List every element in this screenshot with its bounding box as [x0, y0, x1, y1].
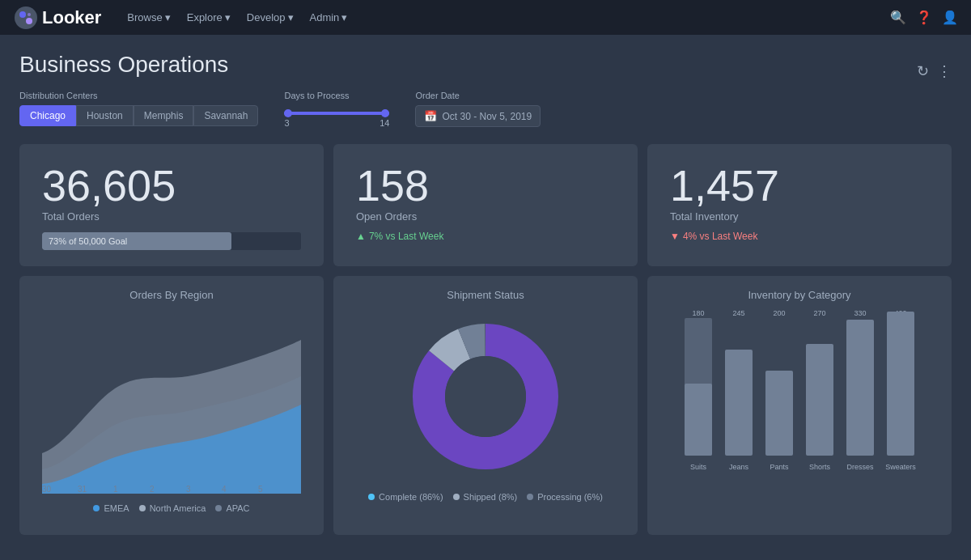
range-handle-left[interactable] [284, 109, 292, 117]
days-label: Days to Process [284, 91, 389, 100]
svg-point-0 [15, 6, 37, 29]
shipped-dot [453, 494, 460, 500]
range-handle-right[interactable] [381, 109, 389, 117]
svg-text:245: 245 [732, 309, 744, 317]
total-inventory-label: Total Inventory [670, 210, 929, 223]
bar-sweaters [887, 312, 914, 456]
orders-region-legend: EMEA North America APAC [32, 503, 311, 513]
legend-apac: APAC [215, 503, 249, 513]
donut-container [346, 308, 625, 486]
filter-memphis[interactable]: Memphis [134, 105, 194, 126]
open-orders-label: Open Orders [356, 210, 615, 223]
legend-processing: Processing (6%) [527, 492, 603, 502]
shipment-legend: Complete (86%) Shipped (8%) Processing (… [346, 492, 625, 502]
progress-bar-container: 73% of 50,000 Goal [42, 232, 301, 250]
processing-dot [527, 494, 533, 500]
user-avatar[interactable]: 👤 [942, 10, 958, 25]
range-labels: 3 14 [284, 118, 389, 128]
progress-bar-fill: 73% of 50,000 Goal [42, 232, 231, 250]
shipped-label: Shipped (8%) [464, 492, 518, 502]
days-range[interactable]: 3 14 [284, 105, 389, 128]
trend-up-icon: ▲ [356, 231, 366, 242]
legend-emea: EMEA [93, 503, 129, 513]
total-orders-card: 36,605 Total Orders 73% of 50,000 Goal [19, 144, 324, 266]
emea-label: EMEA [104, 503, 129, 513]
orders-by-region-title: Orders By Region [32, 289, 311, 301]
shipment-status-title: Shipment Status [346, 289, 625, 301]
inventory-category-card: Inventory by Category 180 245 200 270 33… [647, 276, 952, 535]
shipment-status-card: Shipment Status [333, 276, 638, 535]
main-content: Business Operations ↻ ⋮ Distribution Cen… [0, 36, 971, 551]
svg-text:Suits: Suits [690, 463, 707, 471]
more-options-button[interactable]: ⋮ [937, 62, 952, 80]
inventory-trend: ▼ 4% vs Last Week [670, 231, 929, 242]
help-icon[interactable]: ❓ [916, 10, 932, 25]
nav-explore[interactable]: Explore ▾ [180, 8, 237, 27]
svg-text:2: 2 [150, 485, 155, 494]
bar-suits-filled [685, 384, 712, 456]
legend-shipped: Shipped (8%) [453, 492, 518, 502]
total-orders-label: Total Orders [42, 210, 301, 223]
total-inventory-card: 1,457 Total Inventory ▼ 4% vs Last Week [647, 144, 952, 266]
svg-text:1: 1 [113, 485, 118, 494]
filters-bar: Distribution Centers Chicago Houston Mem… [19, 91, 952, 128]
svg-text:31: 31 [78, 485, 87, 494]
date-filter: Order Date 📅 Oct 30 - Nov 5, 2019 [415, 91, 541, 127]
order-date-label: Order Date [415, 91, 541, 100]
emea-dot [93, 505, 100, 511]
nav-admin[interactable]: Admin ▾ [303, 8, 354, 27]
stats-row: 36,605 Total Orders 73% of 50,000 Goal 1… [19, 144, 952, 266]
nav-browse[interactable]: Browse ▾ [121, 8, 176, 27]
filter-houston[interactable]: Houston [76, 105, 134, 126]
svg-point-15 [445, 356, 526, 437]
range-fill [284, 112, 389, 115]
inventory-category-title: Inventory by Category [660, 289, 939, 301]
svg-text:5: 5 [258, 485, 263, 494]
open-orders-trend: ▲ 7% vs Last Week [356, 231, 615, 242]
bar-shorts [806, 344, 833, 456]
calendar-icon: 📅 [424, 110, 437, 122]
svg-point-2 [26, 18, 32, 24]
days-filter: Days to Process 3 14 [284, 91, 389, 128]
total-inventory-value: 1,457 [670, 163, 929, 207]
svg-text:270: 270 [813, 309, 825, 317]
svg-text:200: 200 [773, 309, 785, 317]
legend-complete: Complete (86%) [368, 492, 443, 502]
svg-text:3: 3 [186, 485, 191, 494]
search-icon[interactable]: 🔍 [890, 10, 906, 25]
nav-right: 🔍 ❓ 👤 [890, 10, 958, 25]
distribution-filter: Distribution Centers Chicago Houston Mem… [19, 91, 258, 126]
orders-by-region-card: Orders By Region 30 31 1 2 3 4 5 [19, 276, 324, 535]
svg-text:Dresses: Dresses [846, 463, 874, 471]
svg-text:Pants: Pants [770, 463, 789, 471]
nav-menu: Browse ▾ Explore ▾ Develop ▾ Admin ▾ [121, 8, 354, 27]
filter-chicago[interactable]: Chicago [19, 105, 76, 126]
svg-text:4: 4 [222, 485, 227, 494]
complete-label: Complete (86%) [379, 492, 443, 502]
filter-savannah[interactable]: Savannah [193, 105, 258, 126]
distribution-btn-group: Chicago Houston Memphis Savannah [19, 105, 258, 126]
date-picker-button[interactable]: 📅 Oct 30 - Nov 5, 2019 [415, 105, 541, 127]
total-orders-value: 36,605 [42, 163, 301, 207]
apac-dot [215, 505, 222, 511]
date-value: Oct 30 - Nov 5, 2019 [442, 111, 532, 122]
logo[interactable]: Looker [13, 5, 101, 31]
inventory-sub-text: 4% vs Last Week [683, 231, 757, 242]
apac-label: APAC [226, 503, 249, 513]
svg-point-1 [19, 11, 26, 18]
svg-point-3 [28, 13, 31, 16]
open-orders-card: 158 Open Orders ▲ 7% vs Last Week [333, 144, 638, 266]
legend-north-america: North America [139, 503, 206, 513]
processing-label: Processing (6%) [537, 492, 603, 502]
progress-text: 73% of 50,000 Goal [49, 236, 127, 246]
nav-develop[interactable]: Develop ▾ [240, 8, 300, 27]
svg-text:330: 330 [854, 309, 866, 317]
charts-row: Orders By Region 30 31 1 2 3 4 5 [19, 276, 952, 535]
svg-text:Shorts: Shorts [809, 463, 831, 471]
shipment-donut-chart [405, 316, 566, 477]
refresh-button[interactable]: ↻ [917, 62, 929, 80]
navbar: Looker Browse ▾ Explore ▾ Develop ▾ Admi… [0, 0, 971, 36]
north-america-dot [139, 505, 146, 511]
svg-text:Jeans: Jeans [729, 463, 749, 471]
bar-pants [765, 371, 793, 456]
